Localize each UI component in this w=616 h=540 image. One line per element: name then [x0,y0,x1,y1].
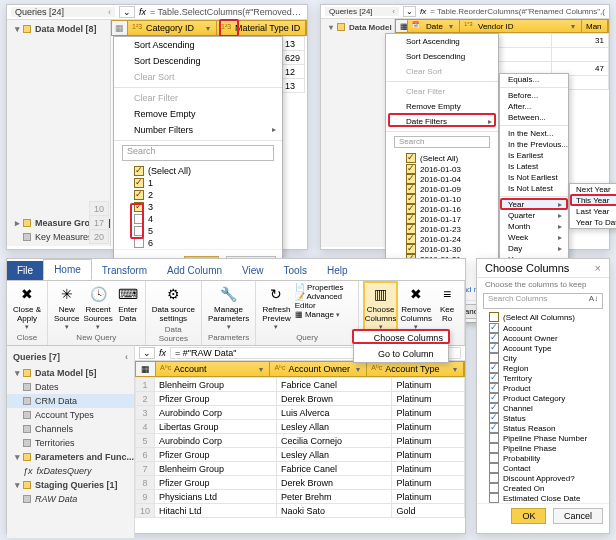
tab-add-column[interactable]: Add Column [157,261,232,280]
select-all-columns[interactable]: (Select All Columns) [481,311,605,323]
tab-file[interactable]: File [7,261,43,280]
menu-sort-desc[interactable]: Sort Descending [386,49,498,64]
dfilter-day[interactable]: Day▸ [500,243,568,254]
year-this-year[interactable]: This Year [570,195,616,206]
table-row[interactable]: 2Pfizer GroupDerek BrownPlatinum [136,392,465,406]
table-row[interactable]: 8Pfizer GroupDerek BrownPlatinum [136,476,465,490]
tab-help[interactable]: Help [317,261,358,280]
filter-item[interactable]: 1 [114,177,282,189]
filter-date-item[interactable]: 2016-01-30 [386,244,498,254]
menu-date-filters[interactable]: Date Filters▸ [386,114,498,129]
close-icon[interactable]: × [595,262,601,274]
col-account-type[interactable]: AᵇcAccount Type▾ [367,362,464,376]
btn-new-source[interactable]: ✳New Source▾ [54,283,79,331]
btn-enter-data[interactable]: ⌨Enter Data [117,283,139,323]
column-checkbox[interactable]: Account [481,323,605,333]
sort-icon[interactable]: A↓ [589,294,598,308]
btn-remove-columns[interactable]: ✖Remove Columns▾ [400,283,432,331]
column-checkbox[interactable]: Probability [481,453,605,463]
filter-date-item[interactable]: 2016-01-17 [386,214,498,224]
table-row[interactable]: 5Aurobindo CorpCecilia CornejoPlatinum [136,434,465,448]
dfilter-month[interactable]: Month▸ [500,221,568,232]
table-row[interactable]: 10Hitachi LtdNaoki SatoGold [136,504,465,518]
filter-date-item[interactable]: 2016-01-09 [386,184,498,194]
tab-transform[interactable]: Transform [92,261,157,280]
year-last-year[interactable]: Last Year [570,206,616,217]
column-checkbox[interactable]: City [481,353,605,363]
tab-home[interactable]: Home [43,259,92,280]
cancel-button[interactable]: Cancel [553,508,603,524]
collapse-pane-icon[interactable]: ‹ [125,352,128,362]
filter-item[interactable]: 2 [114,189,282,201]
column-checkbox[interactable]: Product Category [481,393,605,403]
filter-item[interactable]: 5 [114,225,282,237]
tree-root[interactable]: ▾Data Model [5] [7,366,134,380]
dfilter-is-earliest[interactable]: Is Earliest [500,150,568,161]
table-corner[interactable]: ▦ [136,362,156,376]
filter-search-input[interactable]: Search [394,136,490,148]
column-checkbox[interactable]: Product [481,383,605,393]
menu-remove-empty[interactable]: Remove Empty [386,99,498,114]
btn-refresh-preview[interactable]: ↻Refresh Preview▾ [262,283,290,331]
btn-choose-columns[interactable]: ▥Choose Columns▾ [365,283,397,331]
expand-button[interactable]: ⌄ [139,347,155,359]
column-checkbox[interactable]: Account Owner [481,333,605,343]
tree-group-staging[interactable]: ▾Staging Queries [1] [7,478,134,492]
dfilter-year[interactable]: Year▸ [500,199,568,210]
tree-item-crm-data[interactable]: CRM Data [7,394,134,408]
table-row[interactable]: 6Pfizer GroupLesley AllanPlatinum [136,448,465,462]
filter-item[interactable]: 4 [114,213,282,225]
filter-select-all[interactable]: (Select All) [386,152,498,164]
column-checkbox[interactable]: Region [481,363,605,373]
tree-item-fxdates[interactable]: ƒxfxDatesQuery [7,464,134,478]
menu-go-to-column[interactable]: Go to Column [354,346,448,362]
filter-date-item[interactable]: 2016-01-03 [386,164,498,174]
dfilter-in-the-previous-[interactable]: In the Previous... [500,139,568,150]
expand-button[interactable]: ⌄ [403,6,416,17]
filter-date-item[interactable]: 2016-01-16 [386,204,498,214]
menu-choose-columns[interactable]: Choose Columns [354,330,448,346]
tree-root[interactable]: ▾Data Model [8] [7,22,110,36]
filter-item[interactable]: 3 [114,201,282,213]
table-row[interactable]: 3Aurobindo CorpLuis AlvercaPlatinum [136,406,465,420]
column-checkbox[interactable]: Pipeline Phase Number [481,433,605,443]
table-row[interactable]: 9Physicians LtdPeter BrehmPlatinum [136,490,465,504]
year-year-to-date[interactable]: Year To Date [570,217,616,228]
dfilter-before-[interactable]: Before... [500,90,568,101]
collapse-pane-icon[interactable]: ‹ [108,7,111,17]
col-vendor[interactable]: 1²3Vendor ID▾ [460,20,582,32]
dfilter-quarter[interactable]: Quarter▸ [500,210,568,221]
dfilter-is-latest[interactable]: Is Latest [500,161,568,172]
col-material-type[interactable]: 1²3 Material Type ID [217,21,306,35]
dfilter-equals-[interactable]: Equals... [500,74,568,85]
collapse-pane-icon[interactable]: ‹ [392,7,395,16]
filter-icon[interactable]: ▾ [451,365,459,374]
menu-sort-asc[interactable]: Sort Ascending [114,37,282,53]
column-checkbox[interactable]: Discount Approved? [481,473,605,483]
dfilter-is-not-earliest[interactable]: Is Not Earliest [500,172,568,183]
dfilter-in-the-next-[interactable]: In the Next... [500,128,568,139]
tree-item-dates[interactable]: Dates [7,380,134,394]
btn-data-source-settings[interactable]: ⚙Data source settings [152,283,195,323]
tree-root[interactable]: ▾Data Model [8] [321,21,394,34]
col-date[interactable]: 📅Date▾ [408,20,460,32]
dfilter-after-[interactable]: After... [500,101,568,112]
column-checkbox[interactable]: Account Type [481,343,605,353]
tree-item-account-types[interactable]: Account Types [7,408,134,422]
menu-remove-empty[interactable]: Remove Empty [114,106,282,122]
btn-recent-sources[interactable]: 🕓Recent Sources▾ [83,283,112,331]
tree-item-raw[interactable]: RAW Data [7,492,134,506]
expand-button[interactable]: ⌄ [119,6,135,18]
col-man[interactable]: Man [582,20,608,32]
filter-search-input[interactable]: Search [122,145,274,161]
year-next-year[interactable]: Next Year [570,184,616,195]
col-account-owner[interactable]: AᵇcAccount Owner▾ [270,362,367,376]
table-row[interactable]: 1Blenheim GroupFabrice CanelPlatinum [136,378,465,392]
dfilter-is-not-latest[interactable]: Is Not Latest [500,183,568,194]
filter-icon[interactable]: ▾ [257,365,265,374]
filter-item[interactable]: 6 [114,237,282,249]
filter-date-item[interactable]: 2016-01-04 [386,174,498,184]
column-checkbox[interactable]: Status [481,413,605,423]
table-corner[interactable]: ▦ [396,20,408,32]
column-checkbox[interactable]: Channel [481,403,605,413]
